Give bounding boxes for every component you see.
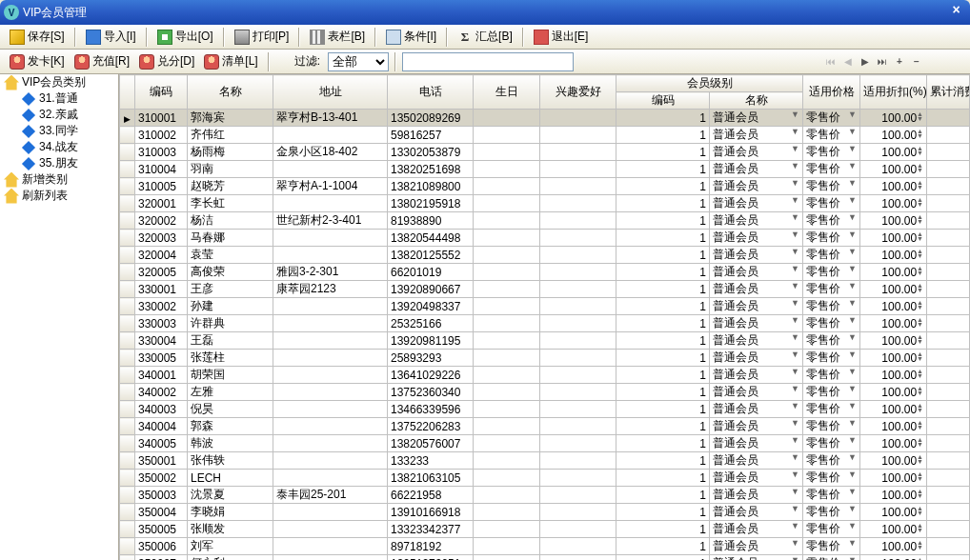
cell-discount[interactable]: 100.00 ▲▼ (860, 332, 927, 350)
spinner-icon[interactable]: ▲▼ (917, 403, 923, 412)
cell-addr[interactable] (273, 384, 388, 401)
cell-bday[interactable] (474, 144, 540, 161)
cell-grade-name[interactable]: 普通会员▼ (710, 230, 803, 247)
cell-code[interactable]: 330001 (135, 281, 188, 298)
cell-cum[interactable] (927, 315, 970, 332)
cell-grade-name[interactable]: 普通会员▼ (710, 367, 803, 384)
dropdown-icon[interactable]: ▼ (791, 281, 799, 290)
table-row[interactable]: 310004羽南138202516981普通会员▼零售价▼100.00 ▲▼ (120, 161, 970, 178)
cell-tel[interactable]: 13302053879 (388, 144, 474, 161)
dropdown-icon[interactable]: ▼ (791, 247, 799, 256)
cell-addr[interactable] (273, 195, 388, 212)
dropdown-icon[interactable]: ▼ (791, 178, 799, 188)
cell-price[interactable]: 零售价▼ (803, 521, 860, 538)
cell-discount[interactable]: 100.00 ▲▼ (860, 127, 927, 144)
cell-price[interactable]: 零售价▼ (803, 332, 860, 350)
spinner-icon[interactable]: ▲▼ (917, 523, 923, 532)
cell-bday[interactable] (474, 212, 540, 230)
dropdown-icon[interactable]: ▼ (791, 127, 799, 136)
col-hobby[interactable]: 兴趣爱好 (540, 75, 616, 110)
dropdown-icon[interactable]: ▼ (791, 298, 799, 308)
search-input[interactable] (402, 52, 574, 71)
table-row[interactable]: 340004郭森137522062831普通会员▼零售价▼100.00 ▲▼ (120, 418, 970, 435)
cell-addr[interactable]: 金泉小区18-402 (273, 144, 388, 161)
dropdown-icon[interactable]: ▼ (848, 298, 857, 308)
dropdown-icon[interactable]: ▼ (791, 487, 799, 496)
cell-grade-name[interactable]: 普通会员▼ (710, 264, 803, 281)
table-row[interactable]: 350002LECH138210631051普通会员▼零售价▼100.00 ▲▼ (120, 470, 970, 487)
cell-hobby[interactable] (540, 367, 616, 384)
cell-addr[interactable]: 翠亨村A-1-1004 (273, 178, 388, 195)
cell-tel[interactable]: 13920981195 (388, 332, 474, 350)
cell-grade-name[interactable]: 普通会员▼ (710, 247, 803, 264)
cell-bday[interactable] (474, 538, 540, 555)
cell-name[interactable]: 郭海宾 (188, 110, 273, 127)
spinner-icon[interactable]: ▲▼ (917, 454, 923, 464)
cell-cum[interactable] (927, 401, 970, 418)
table-row[interactable]: 320005高俊荣雅园3-2-301662010191普通会员▼零售价▼100.… (120, 264, 970, 281)
cell-addr[interactable] (273, 555, 388, 561)
cell-bday[interactable] (474, 350, 540, 367)
cell-cum[interactable] (927, 435, 970, 452)
cell-price[interactable]: 零售价▼ (803, 315, 860, 332)
table-row[interactable]: 350005张顺发133233423771普通会员▼零售价▼100.00 ▲▼ (120, 521, 970, 538)
cell-code[interactable]: 330002 (135, 298, 188, 315)
spinner-icon[interactable]: ▲▼ (917, 471, 923, 481)
cell-price[interactable]: 零售价▼ (803, 401, 860, 418)
cell-grade-code[interactable]: 1 (616, 435, 710, 452)
cell-price[interactable]: 零售价▼ (803, 264, 860, 281)
tree-refresh[interactable]: 刷新列表 (0, 188, 118, 204)
dropdown-icon[interactable]: ▼ (791, 418, 799, 428)
cell-grade-code[interactable]: 1 (616, 110, 710, 127)
cell-bday[interactable] (474, 161, 540, 178)
cell-name[interactable]: 许群典 (188, 315, 273, 332)
cell-hobby[interactable] (540, 161, 616, 178)
cell-discount[interactable]: 100.00 ▲▼ (860, 384, 927, 401)
dropdown-icon[interactable]: ▼ (848, 401, 857, 410)
cell-discount[interactable]: 100.00 ▲▼ (860, 350, 927, 367)
dropdown-icon[interactable]: ▼ (848, 178, 857, 188)
cell-hobby[interactable] (540, 401, 616, 418)
cell-price[interactable]: 零售价▼ (803, 110, 860, 127)
cell-name[interactable]: 齐伟红 (188, 127, 273, 144)
cell-hobby[interactable] (540, 212, 616, 230)
cell-bday[interactable] (474, 401, 540, 418)
cell-name[interactable]: 沈景夏 (188, 487, 273, 504)
table-row[interactable]: 310005赵晓芳翠亨村A-1-1004138210898001普通会员▼零售价… (120, 178, 970, 195)
spinner-icon[interactable]: ▲▼ (917, 146, 923, 155)
cell-cum[interactable] (927, 521, 970, 538)
cell-price[interactable]: 零售价▼ (803, 161, 860, 178)
cell-tel[interactable]: 133233 (388, 452, 474, 470)
cell-cum[interactable] (927, 538, 970, 555)
cell-grade-name[interactable]: 普通会员▼ (710, 161, 803, 178)
cell-discount[interactable]: 100.00 ▲▼ (860, 178, 927, 195)
cell-grade-name[interactable]: 普通会员▼ (710, 298, 803, 315)
cell-tel[interactable]: 66221958 (388, 487, 474, 504)
cell-grade-code[interactable]: 1 (616, 247, 710, 264)
col-code[interactable]: 编码 (135, 75, 188, 110)
cell-cum[interactable] (927, 264, 970, 281)
dropdown-icon[interactable]: ▼ (848, 195, 857, 205)
cell-addr[interactable] (273, 127, 388, 144)
cell-code[interactable]: 330004 (135, 332, 188, 350)
cell-tel[interactable]: 13323342377 (388, 521, 474, 538)
filter-combo[interactable]: 全部 (328, 52, 389, 71)
cell-tel[interactable]: 13752360340 (388, 384, 474, 401)
cell-bday[interactable] (474, 298, 540, 315)
dropdown-icon[interactable]: ▼ (848, 144, 857, 153)
print-button[interactable]: 打印[P] (231, 27, 293, 48)
cell-tel[interactable]: 13920890667 (388, 281, 474, 298)
cell-hobby[interactable] (540, 298, 616, 315)
cell-grade-code[interactable]: 1 (616, 212, 710, 230)
cell-code[interactable]: 340004 (135, 418, 188, 435)
cell-price[interactable]: 零售价▼ (803, 435, 860, 452)
cell-grade-code[interactable]: 1 (616, 350, 710, 367)
nav-remove[interactable]: − (909, 54, 924, 70)
cell-tel[interactable]: 13051276051 (388, 555, 474, 561)
dropdown-icon[interactable]: ▼ (791, 315, 799, 325)
cell-discount[interactable]: 100.00 ▲▼ (860, 367, 927, 384)
cell-bday[interactable] (474, 127, 540, 144)
cell-grade-name[interactable]: 普通会员▼ (710, 452, 803, 470)
cell-discount[interactable]: 100.00 ▲▼ (860, 195, 927, 212)
cell-grade-code[interactable]: 1 (616, 127, 710, 144)
